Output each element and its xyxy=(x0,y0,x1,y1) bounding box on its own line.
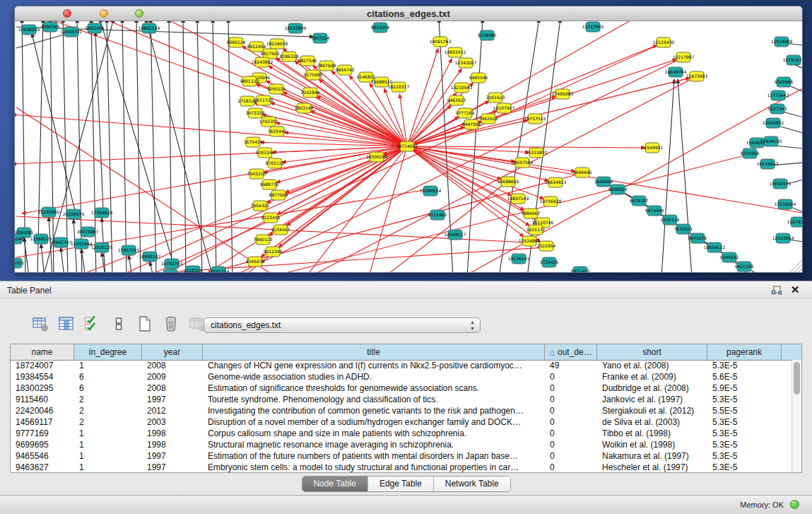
column-chooser-icon[interactable] xyxy=(57,315,76,333)
graph-node[interactable]: 9065551 xyxy=(15,258,25,268)
graph-node[interactable]: 7625442 xyxy=(268,127,287,136)
graph-node[interactable]: 9218986 xyxy=(478,30,497,40)
graph-node[interactable]: 7462612 xyxy=(479,114,498,124)
table-row[interactable]: 1938455462009Genome-wide association stu… xyxy=(11,371,792,382)
tab-network-table[interactable]: Network Table xyxy=(434,477,510,491)
graph-node[interactable]: 18957584 xyxy=(512,158,534,168)
graph-node[interactable]: 8958924 xyxy=(608,185,628,194)
table-row[interactable]: 911546021997Tourette syndrome. Phenomeno… xyxy=(11,394,792,405)
graph-node[interactable]: 16938209 xyxy=(18,25,40,35)
float-panel-icon[interactable] xyxy=(771,285,782,296)
graph-node[interactable]: 16648784 xyxy=(665,67,687,77)
table-row[interactable]: 1456911722003Disruption of a novel membe… xyxy=(11,416,792,428)
column-header-in_degree[interactable]: in_degree xyxy=(74,344,142,360)
network-graph[interactable]: 1693820985903451205873196634091086213916… xyxy=(15,21,802,272)
graph-node[interactable]: 8186328 xyxy=(280,52,299,62)
graph-node[interactable]: 11451944 xyxy=(71,239,93,249)
graph-node[interactable]: 11015850 xyxy=(526,148,548,158)
graph-node[interactable]: 17957255 xyxy=(118,245,140,255)
graph-node[interactable]: 19756928 xyxy=(540,197,562,206)
column-header-out_degree[interactable]: △out_de… xyxy=(545,344,597,360)
graph-node[interactable]: 9474444 xyxy=(645,206,664,216)
graph-node[interactable]: 9203344 xyxy=(256,148,275,158)
graph-node[interactable]: 12505125 xyxy=(91,243,113,252)
graph-node[interactable]: 7857224 xyxy=(311,33,330,43)
graph-node[interactable]: 2803144 xyxy=(295,103,314,113)
graph-node[interactable]: 15751074 xyxy=(783,55,802,65)
graph-node[interactable]: 11675301 xyxy=(787,217,802,227)
table-row[interactable]: 946554611997Estimation of the future num… xyxy=(11,450,792,462)
graph-node[interactable]: 1615172 xyxy=(526,225,546,235)
graph-node[interactable]: 9884067 xyxy=(522,209,541,218)
column-header-pagerank[interactable]: pagerank xyxy=(707,344,782,360)
graph-node[interactable]: 2935114 xyxy=(661,215,680,225)
graph-node[interactable]: 18220317 xyxy=(388,82,410,92)
graph-node[interactable]: 9431108 xyxy=(735,262,754,271)
graph-node[interactable]: 19384554 xyxy=(420,186,442,196)
graph-node[interactable]: 6679197 xyxy=(630,196,649,206)
graph-node[interactable]: 9012345 xyxy=(264,247,283,257)
graph-node[interactable]: 14136141 xyxy=(508,254,530,264)
network-view-window[interactable]: citations_edges.txt 16938209859034512058… xyxy=(14,6,803,273)
graph-node[interactable]: 19061793 xyxy=(430,37,452,47)
graph-node[interactable]: 7632621 xyxy=(674,224,693,234)
column-header-title[interactable]: title xyxy=(203,344,545,360)
graph-node[interactable]: 7543210 xyxy=(247,169,266,179)
graph-node[interactable]: 1675414 xyxy=(244,137,263,147)
graph-node[interactable]: 9988776 xyxy=(260,180,279,189)
graph-node[interactable]: 2671733 xyxy=(254,95,273,105)
graph-node[interactable]: 11568129 xyxy=(30,234,52,244)
graph-node[interactable]: 9663409 xyxy=(86,23,105,33)
graph-node[interactable]: 17485083 xyxy=(552,89,574,99)
graph-node[interactable]: 8497568 xyxy=(462,119,481,129)
graph-node[interactable]: 16958107 xyxy=(139,252,161,262)
graph-node[interactable]: 16033809 xyxy=(285,23,307,33)
graph-node[interactable]: 18973420 xyxy=(160,269,182,272)
tab-edge-table[interactable]: Edge Table xyxy=(368,477,434,491)
select-rows-icon[interactable] xyxy=(83,315,102,333)
graph-node[interactable]: 8215958 xyxy=(741,148,760,158)
row-height-icon[interactable] xyxy=(110,315,128,333)
new-table-icon[interactable] xyxy=(136,315,154,333)
graph-node[interactable]: 9227343 xyxy=(768,104,787,114)
graph-node[interactable]: 8813054 xyxy=(371,23,390,33)
graph-node[interactable]: 18757515 xyxy=(524,114,546,124)
graph-node[interactable]: 9777169 xyxy=(456,108,475,118)
graph-node[interactable]: 3050225 xyxy=(267,84,286,94)
network-canvas[interactable]: 1693820985903451205873196634091086213916… xyxy=(15,21,802,272)
graph-node[interactable]: 8345678 xyxy=(246,257,265,267)
graph-node[interactable]: 12343007 xyxy=(455,58,477,68)
resize-grip[interactable] xyxy=(798,269,802,272)
graph-node[interactable]: 9175685 xyxy=(304,70,323,80)
graph-node[interactable]: 11544901 xyxy=(642,143,664,153)
column-header-name[interactable]: name xyxy=(11,344,74,360)
graph-node[interactable]: 25160850 xyxy=(38,207,60,217)
graph-node[interactable]: 8454743 xyxy=(336,65,355,75)
graph-node[interactable]: 9801123 xyxy=(240,76,259,86)
graph-node[interactable]: 11317045 xyxy=(582,22,604,32)
graph-node[interactable]: 1793307 xyxy=(259,117,278,127)
graph-node[interactable]: 3073318 xyxy=(246,108,265,118)
graph-node[interactable]: 1733426 xyxy=(540,257,559,267)
column-header-short[interactable]: short xyxy=(597,344,707,360)
delete-table-icon[interactable] xyxy=(162,315,180,333)
tab-node-table[interactable]: Node Table xyxy=(302,477,368,491)
graph-node[interactable]: 18226058 xyxy=(266,39,288,49)
graph-node[interactable]: 8921453 xyxy=(571,267,590,272)
table-row[interactable]: 969969511998Structural magnetic resonanc… xyxy=(11,439,792,450)
graph-node[interactable]: 9118325 xyxy=(184,266,203,272)
graph-node[interactable]: 3161623 xyxy=(486,93,505,103)
graph-node[interactable]: 8471676 xyxy=(688,233,707,243)
graph-node[interactable]: 9827546 xyxy=(298,56,317,66)
table-row[interactable]: 1830029562008Estimation of significance … xyxy=(11,382,792,394)
graph-node[interactable]: 12103654 xyxy=(772,233,794,243)
graph-node[interactable]: 1640954 xyxy=(594,177,613,187)
graph-node[interactable]: 9234567 xyxy=(271,225,290,235)
window-titlebar[interactable]: citations_edges.txt xyxy=(15,6,802,21)
graph-node[interactable]: 7890123 xyxy=(254,235,273,245)
graph-node[interactable]: 8123456 xyxy=(261,213,281,223)
graph-node[interactable]: 9463627 xyxy=(447,95,466,105)
graph-node[interactable]: 16782753 xyxy=(161,259,183,269)
graph-node[interactable]: 10654112 xyxy=(704,243,726,252)
graph-node[interactable]: 8765123 xyxy=(266,158,285,168)
